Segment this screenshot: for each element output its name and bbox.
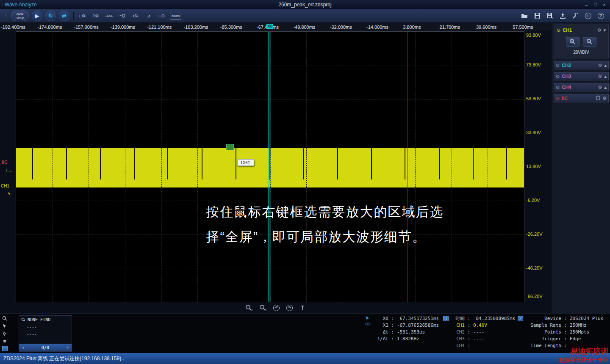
- cursor-select-icon[interactable]: [3, 324, 7, 330]
- cursor-measure-panel: X0 : -67.345173251msX1 : -67.876526586ms…: [365, 315, 439, 342]
- voltage-tick-label: -66.20V: [526, 294, 543, 299]
- trash-icon[interactable]: [596, 95, 600, 101]
- sidebar-channel-row[interactable]: ⊙CH3⚙▴: [554, 72, 609, 80]
- crop-button[interactable]: ⊿: [144, 11, 154, 21]
- readout-colon: :: [465, 329, 473, 335]
- sidebar-channel-row-ch1[interactable]: ⊙ CH1 ⚙ ▾: [555, 26, 607, 34]
- save-as-button[interactable]: +: [546, 12, 554, 20]
- vertical-zoom-in-button[interactable]: [566, 37, 580, 47]
- ch1-waveform-spike: [66, 148, 67, 180]
- eye-icon[interactable]: ⊙: [556, 63, 560, 68]
- cursor-x0-line[interactable]: [270, 32, 270, 302]
- trigger-marker[interactable]: T→: [6, 168, 12, 173]
- export-button[interactable]: [558, 12, 567, 20]
- ch1-scale-label: 20V/DIV: [555, 50, 607, 55]
- time-tick-label: -192.400ms: [1, 25, 25, 30]
- ch1-zoom-controls: [555, 37, 607, 47]
- ch1-waveform-spike: [303, 148, 304, 180]
- readout-label: CH1: [451, 323, 465, 328]
- minimize-button[interactable]: –: [583, 2, 590, 7]
- auto-setup-label-2: Setup: [16, 16, 25, 20]
- chevron-up-icon[interactable]: ▴: [604, 63, 607, 68]
- zoom-out-x-button[interactable]: x: [259, 304, 266, 312]
- panel-toggle-icon[interactable]: [2, 346, 8, 351]
- search-icon[interactable]: [2, 316, 7, 322]
- sidebar-channel-row[interactable]: ⊙CH2⚙▴: [554, 61, 609, 69]
- trigger-config-button[interactable]: T⚙: [91, 11, 101, 21]
- trigger-level-button[interactable]: [299, 305, 305, 311]
- readout-value: -67.876526586ms: [397, 323, 439, 328]
- iic-bus-marker[interactable]: IIC: [2, 160, 8, 165]
- left-gutter: IIC T→ CH1 ↳: [0, 31, 16, 302]
- readout-value: ZDS2024 Plus: [570, 316, 603, 321]
- channel-label-ch1: CH1: [563, 28, 572, 33]
- loop-button[interactable]: ↻: [45, 11, 56, 21]
- gear-icon[interactable]: ⚙: [602, 96, 607, 101]
- chevron-down-icon[interactable]: ▾: [603, 28, 606, 33]
- iic-label: IIC: [562, 96, 568, 101]
- connection-status: ZDS2024 Plus:离线 正在尝试连接(192.168.138.159).…: [3, 355, 124, 362]
- zoom-selection-box: [226, 144, 234, 150]
- gear-icon[interactable]: ⚙: [598, 63, 602, 68]
- sidebar-iic-row[interactable]: ⊙ IIC ⚙: [554, 94, 609, 102]
- zoom-in-x-button[interactable]: x: [245, 304, 252, 312]
- display-config-button[interactable]: □⚙: [78, 11, 88, 21]
- ch1-waveform-spike: [473, 148, 474, 180]
- cursor-x0-badge[interactable]: X0: [266, 24, 273, 29]
- ch1-waveform-spike: [134, 148, 135, 180]
- cursor-measure-icon: [365, 316, 370, 321]
- play-icon: ▶: [35, 13, 39, 19]
- zoom-in-x-icon: x: [245, 304, 252, 312]
- eye-icon[interactable]: ⊙: [557, 28, 560, 33]
- help-button[interactable]: ?: [596, 12, 605, 20]
- maximize-button[interactable]: □: [592, 2, 599, 7]
- display-eye-button[interactable]: □⊙: [157, 11, 167, 21]
- readout-label: X1: [373, 323, 388, 328]
- ch1-waveform-spike: [405, 148, 405, 180]
- settings-button[interactable]: [571, 12, 580, 20]
- view-redo-button[interactable]: ↷: [286, 305, 293, 311]
- play-button[interactable]: ▶: [32, 11, 42, 21]
- svg-text:x: x: [251, 309, 252, 312]
- gear-icon[interactable]: ⚙: [598, 85, 602, 90]
- time-tick-label: 21.700ms: [440, 25, 460, 30]
- plot-area[interactable]: 按住鼠标右键框选需要放大的区域后选 择“全屏”，即可局部放大波形细节。 CH1: [16, 31, 524, 302]
- vertical-zoom-out-button[interactable]: [583, 37, 596, 47]
- eye-icon[interactable]: ⊙: [556, 74, 560, 79]
- trigger-time-line[interactable]: [408, 32, 408, 302]
- auto-setup-button[interactable]: Auto Setup: [11, 11, 29, 21]
- close-button[interactable]: ×: [601, 2, 607, 7]
- chevron-up-icon[interactable]: ▴: [604, 74, 607, 79]
- readout-colon: :: [561, 329, 570, 335]
- xy-cursor-button[interactable]: x⇅: [130, 11, 141, 21]
- time-tick-label: 39.600ms: [476, 25, 496, 30]
- search-icon: [21, 317, 25, 322]
- save-button[interactable]: [533, 12, 541, 20]
- numeric-readout-button[interactable]: -123-: [104, 11, 114, 21]
- time-tick-label: -103.200ms: [184, 25, 208, 30]
- sidebar-channel-row[interactable]: ⊙CH4⚙▴: [554, 83, 609, 91]
- view-undo-button[interactable]: ↶: [273, 305, 280, 311]
- readout-colon: :: [465, 316, 473, 321]
- eye-icon[interactable]: ⊙: [556, 96, 560, 101]
- readout-value: 1.882KHz: [397, 336, 419, 342]
- info-button[interactable]: i: [584, 12, 592, 20]
- gear-icon[interactable]: ⚙: [598, 74, 602, 79]
- readout-row: CH3 : ----: [451, 335, 515, 342]
- list-icon[interactable]: ≡: [3, 339, 6, 344]
- ch1-waveform-spike: [100, 148, 101, 180]
- titlebar-grip-icon: ⁞⁞: [2, 3, 2, 7]
- readout-value: 250MHz: [570, 323, 587, 328]
- open-file-button[interactable]: [520, 12, 529, 20]
- gear-icon[interactable]: ⚙: [597, 28, 602, 33]
- ch1-position-marker[interactable]: CH1: [1, 184, 9, 188]
- chevron-up-icon[interactable]: ▴: [604, 85, 607, 90]
- eye-icon[interactable]: ⊙: [556, 85, 560, 90]
- wave-search-button[interactable]: ~Q: [117, 11, 128, 21]
- pager-next-button[interactable]: ▹: [67, 345, 69, 350]
- cursor-track-icon[interactable]: [3, 331, 7, 337]
- cursor-x1-line[interactable]: [269, 32, 269, 302]
- pan-button[interactable]: ⇄: [59, 11, 69, 21]
- readout-colon: :: [561, 336, 570, 342]
- zoom-mode-button[interactable]: zoom: [170, 13, 182, 19]
